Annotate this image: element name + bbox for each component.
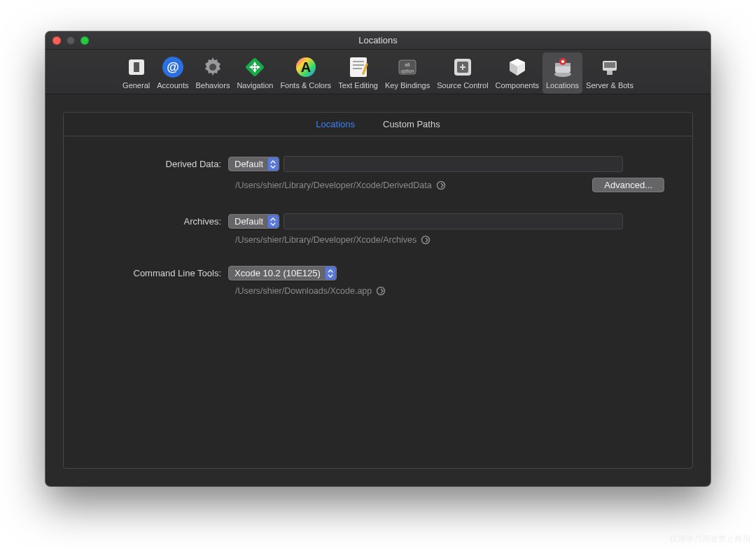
tab-label: Components: [496, 81, 539, 90]
accounts-icon: @: [161, 55, 185, 79]
reveal-in-finder-icon[interactable]: [421, 235, 430, 245]
archives-row: Archives: Default: [92, 213, 664, 229]
tab-accounts[interactable]: @ Accounts: [153, 52, 192, 94]
tab-label: Behaviors: [195, 81, 230, 90]
text-editing-icon: [346, 55, 370, 79]
svg-point-21: [561, 60, 564, 63]
tab-label: Key Bindings: [385, 81, 430, 90]
derived-data-row: Derived Data: Default: [92, 156, 664, 172]
tab-label: Source Control: [437, 81, 488, 90]
svg-point-4: [209, 64, 216, 71]
tab-locations[interactable]: Locations: [542, 52, 582, 94]
tab-label: Locations: [546, 81, 579, 90]
tab-label: Navigation: [237, 81, 273, 90]
derived-data-value: Default: [234, 159, 263, 169]
navigation-icon: [243, 55, 267, 79]
chevron-updown-icon: [267, 157, 279, 171]
general-icon: [125, 55, 148, 79]
segment-locations[interactable]: Locations: [316, 119, 355, 129]
tab-key-bindings[interactable]: alt option Key Bindings: [382, 52, 433, 94]
chevron-updown-icon: [267, 215, 279, 228]
tab-label: Text Editing: [338, 81, 378, 90]
tab-source-control[interactable]: Source Control: [433, 52, 491, 94]
close-window-button[interactable]: [52, 36, 61, 45]
components-icon: [505, 55, 529, 79]
cli-tools-value: Xcode 10.2 (10E125): [234, 268, 321, 278]
locations-panel: Locations Custom Paths Derived Data: Def…: [63, 112, 693, 469]
key-bindings-icon: alt option: [396, 55, 419, 79]
tab-behaviors[interactable]: Behaviors: [192, 52, 233, 94]
tab-fonts-colors[interactable]: A Fonts & Colors: [276, 52, 335, 94]
tab-label: Accounts: [157, 81, 188, 90]
cli-tools-path: /Users/shier/Downloads/Xcode.app: [235, 286, 372, 296]
preferences-toolbar: General @ Accounts Behaviors: [46, 50, 710, 94]
svg-text:A: A: [301, 59, 311, 75]
tab-label: Server & Bots: [586, 81, 634, 90]
svg-rect-24: [607, 71, 612, 75]
window-controls: [52, 36, 89, 45]
cli-tools-select[interactable]: Xcode 10.2 (10E125): [228, 266, 337, 280]
cli-tools-label: Command Line Tools:: [92, 268, 228, 278]
tab-label: Fonts & Colors: [280, 81, 331, 90]
fonts-colors-icon: A: [294, 55, 318, 79]
behaviors-icon: [201, 55, 225, 79]
server-bots-icon: [598, 55, 622, 79]
archives-path-row: /Users/shier/Library/Developer/Xcode/Arc…: [235, 235, 664, 245]
window-title: Locations: [46, 35, 710, 45]
archives-value: Default: [234, 216, 263, 227]
content-area: Locations Custom Paths Derived Data: Def…: [46, 94, 710, 486]
reveal-in-finder-icon[interactable]: [436, 180, 446, 190]
archives-path-field[interactable]: [284, 213, 623, 229]
tab-general[interactable]: General: [119, 52, 153, 94]
svg-rect-1: [134, 62, 139, 72]
segment-control: Locations Custom Paths: [64, 113, 692, 136]
derived-data-path-field[interactable]: [284, 156, 623, 172]
locations-form: Derived Data: Default /Users/shier/Libra…: [64, 136, 692, 331]
titlebar: Locations: [46, 31, 710, 50]
archives-path: /Users/shier/Library/Developer/Xcode/Arc…: [235, 235, 416, 245]
svg-text:option: option: [401, 69, 414, 74]
tab-label: General: [122, 81, 150, 90]
derived-data-select[interactable]: Default: [228, 157, 279, 171]
source-control-icon: [451, 55, 475, 79]
preferences-window: Locations General @ Accounts: [46, 31, 710, 486]
cli-tools-row: Command Line Tools: Xcode 10.2 (10E125): [92, 266, 664, 280]
tab-server-bots[interactable]: Server & Bots: [582, 52, 637, 94]
derived-data-path-row: /Users/shier/Library/Developer/Xcode/Der…: [235, 178, 664, 192]
derived-data-path: /Users/shier/Library/Developer/Xcode/Der…: [235, 180, 432, 190]
segment-custom-paths[interactable]: Custom Paths: [383, 119, 440, 129]
archives-select[interactable]: Default: [228, 214, 279, 229]
svg-text:alt: alt: [405, 62, 410, 67]
zoom-window-button[interactable]: [80, 36, 89, 45]
reveal-in-finder-icon[interactable]: [376, 286, 386, 296]
svg-rect-23: [604, 62, 615, 68]
tab-navigation[interactable]: Navigation: [233, 52, 276, 94]
derived-data-label: Derived Data:: [92, 159, 228, 169]
chevron-updown-icon: [325, 267, 336, 280]
locations-icon: [551, 55, 575, 79]
advanced-button[interactable]: Advanced...: [592, 178, 664, 192]
cli-tools-path-row: /Users/shier/Downloads/Xcode.app: [235, 286, 664, 296]
tab-text-editing[interactable]: Text Editing: [335, 52, 382, 94]
watermark: 仅限学习用途禁止商用: [670, 534, 750, 544]
archives-label: Archives:: [92, 216, 228, 227]
tab-components[interactable]: Components: [492, 52, 542, 94]
minimize-window-button[interactable]: [66, 36, 75, 45]
svg-text:@: @: [167, 60, 179, 74]
